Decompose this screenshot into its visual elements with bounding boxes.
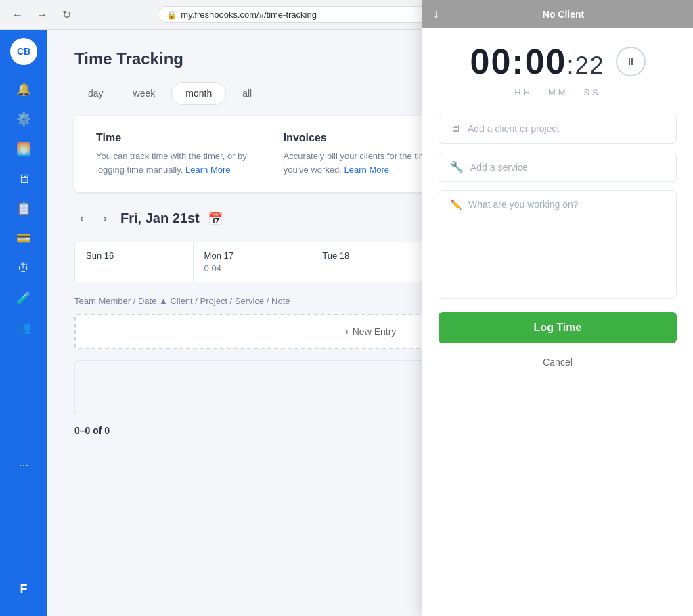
notes-placeholder: What are you working on? [468,199,579,210]
day-mon-label: Mon 17 [204,250,300,261]
timer-labels: HH : MM : SS [439,87,677,97]
timer-panel: ↓ No Client 00:00:22 ⏸ HH : MM : SS 🖥 Ad… [422,30,693,616]
log-time-button[interactable]: Log Time [439,312,677,343]
sidebar-item-reports[interactable]: 🧪 [10,284,37,311]
info-section-time: Time You can track time with the timer, … [96,132,270,176]
avatar[interactable]: CB [10,38,37,65]
timer-hhmm: 00:00 [470,42,566,81]
info-time-title: Time [96,132,270,144]
tab-month[interactable]: month [171,82,226,105]
info-time-desc: You can track time with the timer, or by… [96,150,270,176]
day-tue-hours: – [322,263,418,273]
day-mon-hours: 0:04 [204,263,300,273]
service-icon: 🔧 [450,160,464,173]
back-button[interactable]: ← [8,5,27,24]
service-placeholder: Add a service [470,162,528,173]
current-date: Fri, Jan 21st [120,211,200,226]
day-sun-hours: – [86,263,182,273]
client-icon: 🖥 [450,123,461,135]
tab-day[interactable]: day [74,83,117,104]
sidebar-item-dashboard[interactable]: 🌅 [10,135,37,162]
timer-time: 00:00:22 [470,42,604,81]
timer-time-container: 00:00:22 [470,41,604,82]
timer-body: 00:00:22 ⏸ HH : MM : SS 🖥 Add a client o… [422,30,693,616]
sidebar-item-invoices[interactable]: 📋 [10,195,37,222]
day-mon[interactable]: Mon 17 0:04 [194,242,312,282]
calendar-icon[interactable]: 📅 [208,211,223,226]
url-text: my.freshbooks.com/#/time-tracking [181,9,317,20]
timer-seconds: :22 [566,51,604,79]
reload-button[interactable]: ↻ [57,5,76,24]
sidebar-item-team[interactable]: 👥 [10,314,37,341]
tab-week[interactable]: week [120,83,169,104]
freshbooks-logo: F [10,575,37,602]
client-placeholder: Add a client or project [468,123,559,134]
info-invoices-link[interactable]: Learn More [344,164,389,175]
add-client-field[interactable]: 🖥 Add a client or project [439,114,677,144]
sidebar-divider [10,347,37,347]
sidebar-item-bell[interactable]: 🔔 [10,76,37,103]
forward-button[interactable]: → [32,5,51,24]
sidebar-item-time[interactable]: ⏱ [10,255,37,282]
day-sun-label: Sun 16 [86,250,182,261]
tab-all[interactable]: all [229,83,265,104]
next-date-button[interactable]: › [97,208,112,228]
sidebar-item-projects[interactable]: 🖥 [10,165,37,192]
info-time-link[interactable]: Learn More [185,164,230,175]
timer-pause-button[interactable]: ⏸ [616,47,646,76]
app-container: CB 🔔 ⚙️ 🌅 🖥 📋 💳 ⏱ 🧪 👥 ... F Time Trackin… [0,30,693,616]
table-columns: Team Member / Date ▲ Client / Project / … [74,296,290,306]
day-tue[interactable]: Tue 18 – [311,242,430,282]
sidebar-item-settings[interactable]: ⚙️ [10,106,37,133]
cancel-button[interactable]: Cancel [439,351,677,373]
pencil-icon: ✏️ [450,199,462,210]
prev-date-button[interactable]: ‹ [74,208,89,228]
sidebar-item-expenses[interactable]: 💳 [10,225,37,252]
day-tue-label: Tue 18 [322,250,418,261]
sidebar-more[interactable]: ... [18,456,28,470]
timer-display: 00:00:22 ⏸ [439,41,677,82]
add-service-field[interactable]: 🔧 Add a service [439,152,677,182]
lock-icon: 🔒 [166,10,177,20]
sidebar: CB 🔔 ⚙️ 🌅 🖥 📋 💳 ⏱ 🧪 👥 ... F [0,30,47,616]
notes-field[interactable]: ✏️ What are you working on? [439,190,677,299]
day-sun[interactable]: Sun 16 – [75,242,194,282]
page-title: Time Tracking [74,49,445,68]
